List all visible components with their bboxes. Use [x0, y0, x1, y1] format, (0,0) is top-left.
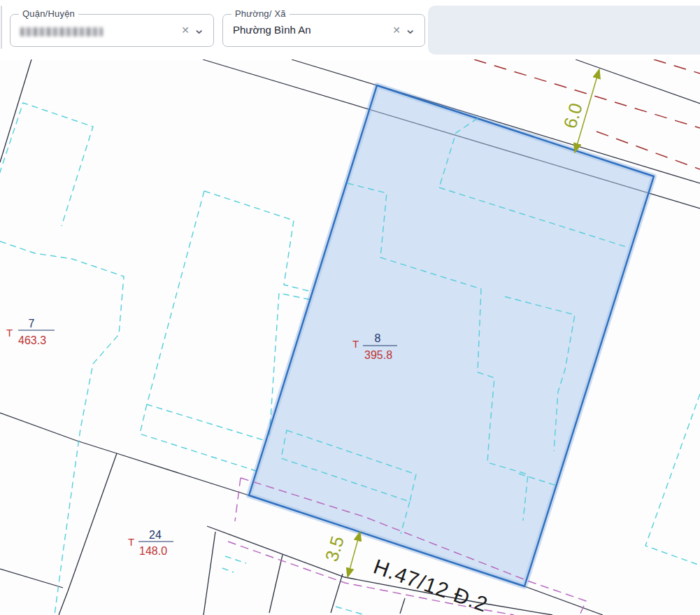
parcel-area: 463.3 — [18, 334, 46, 346]
district-select-value-obscured — [20, 27, 103, 36]
parcel-type-code: T — [128, 536, 134, 548]
parcel-number: 24 — [149, 529, 162, 541]
parcel-type-code: T — [352, 338, 359, 350]
parcel-label-7: T 7 463.3 — [6, 318, 55, 346]
chevron-down-icon[interactable]: ⌄ — [404, 20, 416, 37]
left-panel-edge — [1, 6, 2, 49]
dimension-line-3-5 — [348, 532, 360, 577]
filter-toolbar: Quận/Huyện ✕ ⌄ Phường/ Xã Phường Bình An… — [0, 0, 700, 59]
district-select-label: Quận/Huyện — [19, 8, 78, 19]
toolbar-right-panel — [428, 6, 700, 55]
chevron-down-icon[interactable]: ⌄ — [193, 20, 205, 37]
clear-icon[interactable]: ✕ — [181, 24, 190, 36]
app-window: 6.0 3.5 T 7 463.3 T 8 395.8 T 24 148.0 H… — [0, 0, 700, 615]
parcel-type-code: T — [6, 327, 13, 339]
selected-parcel[interactable] — [249, 85, 654, 586]
cadastral-map-canvas[interactable]: 6.0 3.5 T 7 463.3 T 8 395.8 T 24 148.0 H… — [0, 0, 700, 615]
parcel-area: 395.8 — [364, 349, 392, 361]
ward-select[interactable]: Phường/ Xã Phường Bình An ✕ ⌄ — [222, 14, 425, 47]
dimension-text-3-5: 3.5 — [321, 534, 348, 564]
ward-select-label: Phường/ Xã — [231, 8, 290, 19]
parcel-label-24: T 24 148.0 — [128, 529, 173, 557]
parcel-area: 148.0 — [139, 545, 167, 557]
district-select[interactable]: Quận/Huyện ✕ ⌄ — [10, 14, 214, 47]
parcel-number: 7 — [29, 318, 35, 330]
parcel-number: 8 — [375, 332, 381, 344]
ward-select-value: Phường Bình An — [233, 24, 311, 36]
clear-icon[interactable]: ✕ — [392, 24, 401, 36]
selected-parcel-polygon[interactable] — [249, 85, 654, 586]
